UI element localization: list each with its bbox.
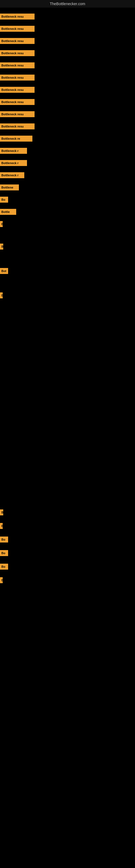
bottleneck-bar: Bottleneck resu <box>0 111 35 117</box>
bottleneck-bar: B <box>0 244 3 250</box>
bottleneck-bar: Bottleneck resu <box>0 38 35 44</box>
bottleneck-bar: Bo <box>0 564 8 569</box>
bottleneck-bar: B <box>0 292 3 299</box>
bottleneck-bar: Bot <box>0 268 8 274</box>
bottleneck-bar: Bottleneck resu <box>0 74 35 81</box>
bottleneck-bar: Bottleneck r <box>0 148 27 154</box>
bottleneck-bar: B <box>0 509 3 516</box>
bottleneck-bar: Bottleneck r <box>0 172 24 178</box>
bottleneck-bar: Bottle <box>0 209 16 215</box>
bottleneck-bar: Bo <box>0 550 8 556</box>
bottleneck-bar: Bottleneck r <box>0 160 27 166</box>
bottleneck-bar: Bo <box>0 197 8 203</box>
bottleneck-bar: Bottleneck resu <box>0 26 35 32</box>
site-title: TheBottlenecker.com <box>0 0 135 8</box>
bottleneck-bar: Bottleneck resu <box>0 87 35 93</box>
bottleneck-bar: Bottleneck resu <box>0 123 35 129</box>
bottleneck-bar: Bottleneck resu <box>0 13 35 20</box>
bottleneck-bar: Bo <box>0 536 8 542</box>
bottleneck-bar: Bottleneck resu <box>0 62 35 68</box>
bottleneck-bar: B <box>0 523 3 529</box>
bottleneck-bar: Bottleneck resu <box>0 50 35 56</box>
bottleneck-bar: Bottlene <box>0 184 19 190</box>
bottleneck-bar: Bottleneck re <box>0 135 32 142</box>
bottleneck-bar: B <box>0 221 3 227</box>
bottleneck-bar: B <box>0 577 3 583</box>
bottleneck-bar: Bottleneck resu <box>0 99 35 105</box>
